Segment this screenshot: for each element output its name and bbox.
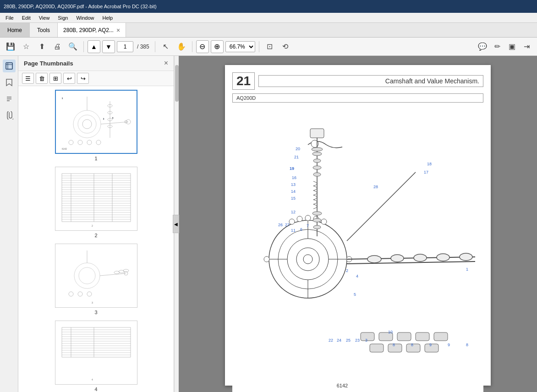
menu-view[interactable]: View bbox=[35, 14, 54, 22]
svg-point-101 bbox=[321, 219, 327, 224]
rotate-button[interactable]: ⟲ bbox=[279, 40, 292, 53]
sidebar-header: Page Thumbnails × bbox=[18, 56, 174, 71]
svg-point-116 bbox=[313, 159, 321, 163]
insert-page-btn[interactable]: ⊞ bbox=[49, 73, 61, 84]
menu-edit[interactable]: Edit bbox=[18, 14, 34, 22]
thumb-image-1: 1 2 3 bbox=[55, 90, 137, 154]
svg-point-103 bbox=[289, 219, 295, 224]
svg-point-118 bbox=[313, 173, 321, 176]
svg-rect-124 bbox=[310, 129, 324, 138]
svg-text:3: 3 bbox=[92, 301, 93, 304]
menu-sign[interactable]: Sign bbox=[54, 14, 71, 22]
pdf-view-area[interactable]: 21 Camshaft and Value Mechanism. AQ200D bbox=[179, 56, 537, 392]
cursor-tool-button[interactable]: ↖ bbox=[159, 40, 173, 53]
svg-text:10: 10 bbox=[388, 330, 393, 334]
svg-rect-131 bbox=[370, 344, 384, 352]
svg-point-120 bbox=[313, 218, 321, 222]
print-button[interactable]: 🖨 bbox=[50, 40, 64, 53]
undo-btn[interactable]: ↩ bbox=[63, 73, 75, 84]
zoom-page-button[interactable]: 🔍 bbox=[66, 40, 80, 53]
svg-text:23: 23 bbox=[355, 338, 360, 343]
svg-text:21: 21 bbox=[294, 155, 299, 159]
svg-text:6: 6 bbox=[300, 227, 302, 232]
svg-point-102 bbox=[297, 216, 302, 222]
zoom-out-button[interactable]: ⊖ bbox=[196, 40, 209, 53]
share-button[interactable]: ⇥ bbox=[520, 40, 533, 53]
page-number-input[interactable] bbox=[117, 41, 133, 52]
svg-text:5: 5 bbox=[354, 292, 356, 297]
left-icon-bookmark[interactable] bbox=[3, 76, 16, 89]
left-icon-panel bbox=[0, 56, 18, 392]
technical-diagram: 20 21 19 16 13 14 15 12 11 28 18 2 4 bbox=[232, 108, 483, 392]
svg-text:17: 17 bbox=[424, 170, 428, 174]
pdf-page-header: 21 Camshaft and Value Mechanism. bbox=[232, 72, 483, 90]
thumb-label-3: 3 bbox=[94, 310, 97, 315]
bookmark-button[interactable]: ☆ bbox=[19, 40, 33, 53]
svg-text:1: 1 bbox=[466, 267, 468, 272]
tab-pdf[interactable]: 280B, 290DP, AQ2... × bbox=[58, 23, 126, 37]
svg-rect-56 bbox=[57, 246, 135, 305]
sidebar-title: Page Thumbnails bbox=[24, 60, 73, 67]
menu-help[interactable]: Help bbox=[99, 14, 117, 22]
left-icon-toc[interactable] bbox=[3, 93, 16, 105]
right-toolbar: 💬 ✏ ▣ ⇥ bbox=[476, 40, 533, 53]
upload-button[interactable]: ⬆ bbox=[35, 40, 49, 53]
svg-point-111 bbox=[437, 254, 449, 261]
pdf-page-content: 21 Camshaft and Value Mechanism. AQ200D bbox=[225, 65, 491, 386]
left-icon-attachment[interactable] bbox=[3, 109, 16, 122]
save-button[interactable]: 💾 bbox=[4, 40, 17, 53]
thumb-image-3: 3 bbox=[55, 244, 137, 308]
svg-point-105 bbox=[264, 256, 269, 262]
svg-point-117 bbox=[313, 166, 321, 169]
svg-point-99 bbox=[305, 215, 311, 221]
nav-down-button[interactable]: ▼ bbox=[102, 40, 115, 53]
thumbnail-view-btn[interactable]: ☰ bbox=[22, 73, 34, 84]
svg-text:8: 8 bbox=[393, 343, 395, 347]
delete-page-btn[interactable]: 🗑 bbox=[36, 73, 48, 84]
menu-file[interactable]: File bbox=[2, 14, 17, 22]
svg-text:26: 26 bbox=[278, 223, 283, 227]
tab-home[interactable]: Home bbox=[0, 23, 30, 37]
tab-close-icon[interactable]: × bbox=[116, 27, 120, 33]
tab-tools[interactable]: Tools bbox=[30, 23, 58, 37]
zoom-select[interactable]: 50% 66.7% 75% 100% 125% 150% 200% bbox=[225, 41, 255, 52]
svg-text:7: 7 bbox=[307, 223, 309, 228]
svg-text:12: 12 bbox=[291, 210, 296, 214]
sidebar-toolbar: ☰ 🗑 ⊞ ↩ ↪ bbox=[18, 71, 174, 86]
hand-tool-button[interactable]: ✋ bbox=[175, 40, 188, 53]
thumbnail-page-1[interactable]: 1 2 3 bbox=[55, 90, 137, 161]
comment-button[interactable]: 💬 bbox=[476, 40, 489, 53]
thumbnail-page-4[interactable]: 4 4 bbox=[55, 321, 137, 392]
scroll-thumb[interactable] bbox=[175, 65, 179, 102]
svg-rect-128 bbox=[397, 332, 411, 341]
svg-point-109 bbox=[391, 255, 404, 262]
left-icon-layers[interactable] bbox=[3, 60, 16, 72]
svg-rect-130 bbox=[434, 332, 448, 341]
page-total: / 385 bbox=[137, 44, 149, 50]
menu-window[interactable]: Window bbox=[72, 14, 98, 22]
thumb-label-1: 1 bbox=[94, 156, 97, 161]
figure-number: 6142 bbox=[337, 383, 348, 388]
svg-text:3: 3 bbox=[365, 338, 367, 343]
thumbnail-page-2[interactable]: 2 2 bbox=[55, 167, 137, 238]
separator-1 bbox=[83, 41, 84, 52]
title-bar: 280B, 290DP, AQ200D, AQ200F.pdf - Adobe … bbox=[0, 0, 537, 13]
nav-up-button[interactable]: ▲ bbox=[88, 40, 100, 53]
sidebar-close-button[interactable]: × bbox=[164, 60, 168, 67]
separator-3 bbox=[192, 41, 192, 52]
svg-point-121 bbox=[313, 225, 321, 229]
zoom-in-button[interactable]: ⊕ bbox=[211, 40, 224, 53]
pen-button[interactable]: ✏ bbox=[490, 40, 504, 53]
tab-bar: Home Tools 280B, 290DP, AQ2... × bbox=[0, 23, 537, 38]
svg-text:25: 25 bbox=[346, 338, 351, 343]
thumbnail-page-3[interactable]: 3 3 bbox=[55, 244, 137, 315]
thumb-image-2: 2 bbox=[55, 167, 137, 231]
svg-text:16: 16 bbox=[292, 175, 296, 180]
redo-btn[interactable]: ↪ bbox=[77, 73, 89, 84]
pdf-page-number: 21 bbox=[232, 72, 255, 90]
fit-page-button[interactable]: ⊡ bbox=[263, 40, 277, 53]
thumb-label-4: 4 bbox=[94, 387, 97, 392]
collapse-sidebar-button[interactable]: ◀ bbox=[173, 215, 179, 233]
highlight-button[interactable]: ▣ bbox=[505, 40, 519, 53]
main-area: Page Thumbnails × ☰ 🗑 ⊞ ↩ ↪ bbox=[0, 56, 537, 392]
